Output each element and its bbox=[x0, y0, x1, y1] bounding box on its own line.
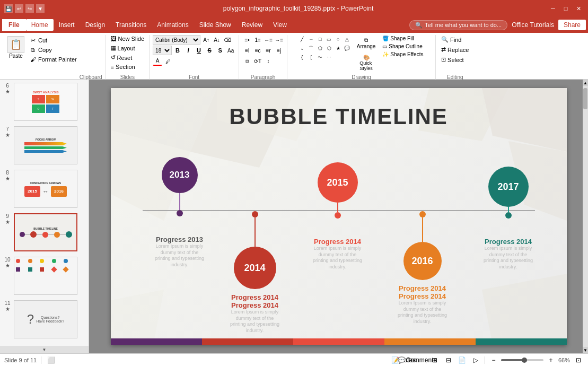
format-painter-button[interactable]: 🖌 Format Painter bbox=[28, 55, 78, 64]
replace-button[interactable]: ⇄ Replace bbox=[439, 45, 471, 54]
slide-thumbnail-7[interactable]: FOCUS ARROW bbox=[14, 126, 77, 164]
font-size-select[interactable]: 18 bbox=[153, 46, 172, 55]
canvas-area[interactable]: BUBBLE TIMELINE 2013 Progress 2013 Lorem… bbox=[89, 80, 588, 353]
tell-me-input[interactable]: 🔍 Tell me what you want to do... bbox=[409, 20, 507, 30]
zoom-slider[interactable] bbox=[501, 359, 543, 361]
slide-thumbnail-10[interactable] bbox=[14, 257, 77, 295]
comments-button[interactable]: 💬 Comments bbox=[412, 355, 423, 365]
fit-window-button[interactable]: ⊡ bbox=[573, 355, 584, 365]
menu-animations[interactable]: Animations bbox=[152, 19, 194, 31]
arrange-button[interactable]: ⧉ Arrange bbox=[354, 35, 379, 51]
slide-sorter-button[interactable]: ⊟ bbox=[443, 355, 454, 365]
line-spacing-button[interactable]: ↕ bbox=[264, 56, 273, 66]
rounded-rect-shape[interactable]: ▭ bbox=[325, 35, 334, 43]
menu-design[interactable]: Design bbox=[80, 19, 110, 31]
align-center-button[interactable]: ≡c bbox=[253, 46, 262, 55]
align-left-button[interactable]: ≡l bbox=[242, 46, 252, 55]
highlight-button[interactable]: 🖊 bbox=[163, 56, 173, 66]
justify-button[interactable]: ≡j bbox=[274, 46, 284, 55]
slide-thumb-8[interactable]: 8 ★ COMPARISON ARROWS 2015 ↔ 2016 bbox=[2, 169, 86, 209]
brace-shape[interactable]: { bbox=[298, 53, 306, 62]
slide-thumbnail-9[interactable]: BUBBLE TIMELINE bbox=[14, 213, 77, 251]
layout-button[interactable]: ▦ Layout bbox=[109, 44, 137, 52]
oval-shape[interactable]: ○ bbox=[334, 35, 343, 43]
shape-outline-button[interactable]: ▭ Shape Outline bbox=[381, 43, 425, 50]
slide-thumb-9[interactable]: 9 ★ BUBBLE TIMELINE bbox=[2, 212, 86, 252]
bracket-shape[interactable]: [ bbox=[307, 53, 315, 62]
share-button[interactable]: Share bbox=[558, 20, 586, 30]
undo-button[interactable]: ↩ bbox=[15, 4, 23, 13]
quick-styles-button[interactable]: 🎨 QuickStyles bbox=[356, 53, 376, 73]
canvas-scrollbar[interactable]: ▲ ▼ bbox=[583, 80, 588, 353]
wave-shape[interactable]: 〜 bbox=[316, 53, 324, 62]
redo-button[interactable]: ↪ bbox=[25, 4, 34, 13]
hexagon-shape[interactable]: ⬡ bbox=[325, 44, 334, 53]
section-button[interactable]: ≡ Section bbox=[109, 63, 137, 71]
slide-thumb-7[interactable]: 7 ★ FOCUS ARROW bbox=[2, 125, 86, 165]
zoom-out-button[interactable]: − bbox=[488, 355, 499, 365]
text-direction-button[interactable]: ⟳T bbox=[253, 56, 262, 66]
font-color-button[interactable]: A bbox=[153, 56, 162, 66]
more-shapes[interactable]: ⋯ bbox=[325, 53, 334, 62]
reset-button[interactable]: ↺ Reset bbox=[109, 54, 134, 62]
line-shape[interactable]: ╱ bbox=[298, 35, 306, 43]
increase-font-button[interactable]: A↑ bbox=[201, 35, 211, 45]
slide-thumb-10[interactable]: 10 ★ bbox=[2, 256, 86, 296]
change-case-button[interactable]: Aa bbox=[226, 46, 235, 55]
increase-indent-button[interactable]: →≡ bbox=[274, 35, 284, 45]
bullet-list-button[interactable]: ≡• bbox=[242, 35, 252, 45]
maximize-button[interactable]: □ bbox=[560, 3, 571, 14]
italic-button[interactable]: I bbox=[183, 46, 193, 55]
slide-thumb-6[interactable]: 6 ★ SWOT ANALYSIS S W O T bbox=[2, 82, 86, 122]
pentagon-shape[interactable]: ⬠ bbox=[316, 44, 324, 53]
accessibility-button[interactable]: ⬜ bbox=[46, 355, 56, 365]
save-button[interactable]: 💾 bbox=[4, 4, 13, 13]
slide-panel[interactable]: 6 ★ SWOT ANALYSIS S W O T bbox=[0, 80, 89, 353]
arrow-shape[interactable]: → bbox=[307, 35, 315, 43]
menu-view[interactable]: View bbox=[268, 19, 292, 31]
callout-shape[interactable]: 💬 bbox=[343, 44, 352, 53]
menu-home[interactable]: Home bbox=[26, 19, 54, 31]
menu-transitions[interactable]: Transitions bbox=[110, 19, 152, 31]
shadow-button[interactable]: S bbox=[215, 46, 225, 55]
menu-file[interactable]: File bbox=[2, 19, 26, 31]
scroll-down-button[interactable]: ▼ bbox=[583, 347, 588, 353]
cut-button[interactable]: ✂ Cut bbox=[28, 36, 78, 45]
minimize-button[interactable]: ─ bbox=[548, 3, 558, 14]
menu-review[interactable]: Review bbox=[236, 19, 268, 31]
font-family-select[interactable]: Calibri (Body) bbox=[153, 35, 200, 45]
copy-button[interactable]: ⧉ Copy bbox=[28, 46, 78, 54]
menu-insert[interactable]: Insert bbox=[54, 19, 80, 31]
clear-format-button[interactable]: ⌫ bbox=[223, 35, 232, 45]
close-button[interactable]: ✕ bbox=[573, 3, 584, 14]
find-button[interactable]: 🔍 Find bbox=[439, 35, 471, 44]
triangle-shape[interactable]: △ bbox=[343, 35, 352, 43]
slide-thumbnail-11[interactable]: ? Questions?Have Feedback? bbox=[14, 300, 77, 338]
decrease-font-button[interactable]: A↓ bbox=[212, 35, 222, 45]
slide-thumbnail-8[interactable]: COMPARISON ARROWS 2015 ↔ 2016 bbox=[14, 170, 77, 208]
bold-button[interactable]: B bbox=[173, 46, 182, 55]
new-slide-button[interactable]: 🖼 New Slide bbox=[109, 35, 146, 42]
select-button[interactable]: ⊡ Select bbox=[439, 55, 471, 64]
normal-view-button[interactable]: ⊞ bbox=[429, 355, 440, 365]
curve-shape[interactable]: ⌒ bbox=[307, 44, 315, 53]
chevron-shape[interactable]: ⌄ bbox=[298, 44, 306, 53]
scroll-up-button[interactable]: ▲ bbox=[583, 80, 588, 86]
strikethrough-button[interactable]: S bbox=[205, 46, 214, 55]
slide-thumbnail-6[interactable]: SWOT ANALYSIS S W O T bbox=[14, 83, 77, 121]
customize-button[interactable]: ▼ bbox=[36, 4, 45, 13]
slideshow-button[interactable]: ▷ bbox=[471, 355, 481, 365]
columns-button[interactable]: ⧈ bbox=[242, 56, 252, 66]
numbered-list-button[interactable]: 1≡ bbox=[253, 35, 262, 45]
slide-thumb-11[interactable]: 11 ★ ? Questions?Have Feedback? bbox=[2, 299, 86, 339]
office-tutorials-link[interactable]: Office Tutorials bbox=[512, 21, 554, 29]
zoom-in-button[interactable]: + bbox=[546, 355, 556, 365]
decrease-indent-button[interactable]: ←≡ bbox=[264, 35, 273, 45]
reading-view-button[interactable]: 📄 bbox=[457, 355, 468, 365]
underline-button[interactable]: U bbox=[194, 46, 204, 55]
paste-button[interactable]: 📋 Paste bbox=[5, 35, 27, 60]
panel-scroll-down[interactable]: ▼ bbox=[0, 346, 89, 353]
rect-shape[interactable]: □ bbox=[316, 35, 324, 43]
shape-fill-button[interactable]: 🪣 Shape Fill bbox=[381, 35, 425, 42]
shape-effects-button[interactable]: ✨ Shape Effects bbox=[381, 51, 425, 58]
